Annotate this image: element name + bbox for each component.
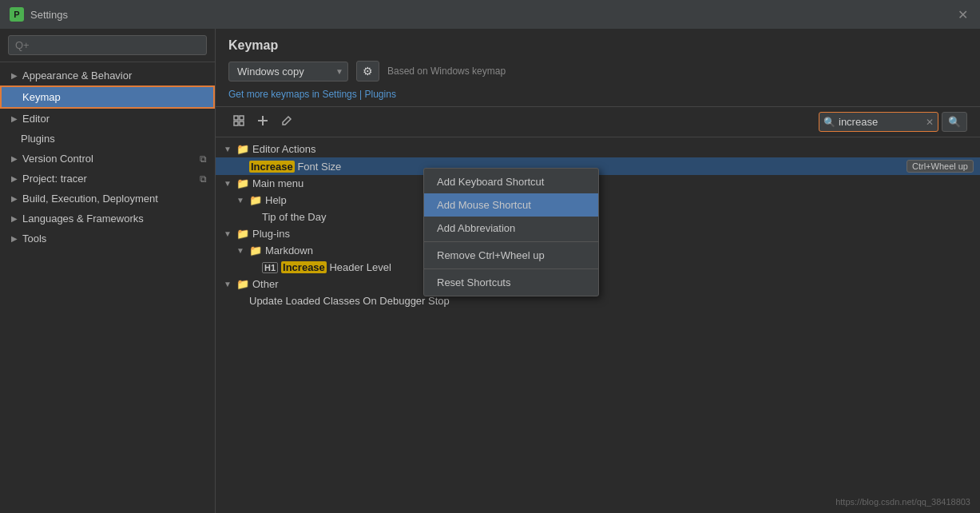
titlebar: P Settings ✕ <box>0 0 980 29</box>
collapse-all-icon <box>256 114 269 127</box>
tree-item-label: Tip of the Day <box>262 211 974 223</box>
context-menu: Add Keyboard Shortcut Add Mouse Shortcut… <box>423 168 599 296</box>
sidebar-item-keymap[interactable]: Keymap <box>0 86 215 109</box>
sidebar-item-label: Editor <box>22 113 50 125</box>
folder-icon: 📁 <box>236 143 249 155</box>
sidebar-item-label: Languages & Frameworks <box>22 213 144 225</box>
svg-rect-2 <box>234 121 238 125</box>
sidebar-item-appearance[interactable]: ▶ Appearance & Behavior <box>0 66 215 86</box>
sidebar-search-input[interactable] <box>8 35 207 55</box>
based-on-label: Based on Windows keymap <box>387 66 506 77</box>
tree-item-label: Increase Header Level <box>281 261 974 273</box>
search-input[interactable] <box>819 112 938 132</box>
svg-rect-0 <box>234 116 238 120</box>
tree-expand-arrow-icon: ▼ <box>224 229 233 238</box>
ctx-add-abbreviation[interactable]: Add Abbreviation <box>424 217 598 240</box>
tree-expand-arrow-icon: ▼ <box>236 196 246 205</box>
edit-button[interactable] <box>276 112 297 132</box>
tree-item-label: Plug-ins <box>252 228 974 240</box>
tree-row[interactable]: ▼ 📁 Editor Actions <box>216 141 980 157</box>
svg-rect-3 <box>240 121 244 125</box>
tree-spacer <box>236 296 246 305</box>
sidebar-item-label: Tools <box>22 233 46 245</box>
main-panel: Keymap Windows copy ▼ ⚙ Based on Windows… <box>216 29 980 513</box>
folder-icon: 📁 <box>249 245 262 256</box>
folder-icon: 📁 <box>236 177 249 189</box>
tree-item-label: Main menu <box>252 177 974 189</box>
search-box: 🔍 ✕ 🔍 <box>819 112 967 132</box>
panel-title: Keymap <box>228 38 967 53</box>
sidebar-item-label: Appearance & Behavior <box>22 70 132 82</box>
collapse-all-button[interactable] <box>252 112 273 132</box>
svg-rect-5 <box>262 116 264 125</box>
settings-window: P Settings ✕ ▶ Appearance & Behavior Key… <box>0 0 980 513</box>
folder-icon: 📁 <box>236 228 249 240</box>
tree-spacer <box>249 263 259 272</box>
keymap-bar: Windows copy ▼ ⚙ Based on Windows keymap <box>228 61 967 82</box>
tree-expand-arrow-icon: ▼ <box>224 145 233 153</box>
expand-arrow-icon: ▶ <box>11 174 18 183</box>
expand-all-icon <box>232 114 245 127</box>
sidebar-item-languages[interactable]: ▶ Languages & Frameworks <box>0 209 215 229</box>
sidebar-item-label: Build, Execution, Deployment <box>22 193 158 205</box>
sidebar-item-project-tracer[interactable]: ▶ Project: tracer ⧉ <box>0 169 215 189</box>
search-icon: 🔍 <box>823 117 835 128</box>
ctx-divider <box>424 268 598 269</box>
panel-header: Keymap Windows copy ▼ ⚙ Based on Windows… <box>216 29 980 107</box>
sidebar-search-area <box>0 29 215 62</box>
tree-area: ▼ 📁 Editor Actions Increase Font Size Ct… <box>216 137 980 513</box>
ctx-add-keyboard[interactable]: Add Keyboard Shortcut <box>424 170 598 193</box>
tree-item-label: Other <box>252 278 974 290</box>
tree-item-label: Markdown <box>265 245 974 256</box>
folder-icon: 📁 <box>236 278 249 290</box>
svg-rect-1 <box>240 116 244 120</box>
tree-expand-arrow-icon: ▼ <box>224 179 233 188</box>
expand-arrow-icon: ▶ <box>11 214 18 223</box>
window-title: Settings <box>30 9 68 21</box>
expand-all-button[interactable] <box>228 112 249 132</box>
clear-search-icon[interactable]: ✕ <box>926 117 934 128</box>
tree-item-label: Update Loaded Classes On Debugger Stop <box>249 295 974 307</box>
edit-icon <box>280 114 293 127</box>
ctx-remove-ctrl[interactable]: Remove Ctrl+Wheel up <box>424 244 598 267</box>
ctx-divider <box>424 241 598 242</box>
search-find-button[interactable]: 🔍 <box>942 112 967 132</box>
h1-icon: H1 <box>262 262 278 273</box>
sidebar-item-version-control[interactable]: ▶ Version Control ⧉ <box>0 149 215 169</box>
highlight-text: Increase <box>281 261 327 273</box>
keymap-select-wrapper: Windows copy ▼ <box>228 62 348 82</box>
tree-spacer <box>249 213 259 221</box>
search-input-wrap: 🔍 ✕ <box>819 112 938 132</box>
ctx-add-mouse[interactable]: Add Mouse Shortcut <box>424 193 598 217</box>
tree-item-label: Help <box>265 194 974 206</box>
tree-spacer <box>236 162 246 171</box>
close-button[interactable]: ✕ <box>954 6 970 22</box>
keymap-select[interactable]: Windows copy <box>228 62 348 82</box>
sidebar-item-tools[interactable]: ▶ Tools <box>0 229 215 249</box>
get-more-link[interactable]: Get more keymaps in Settings | Plugins <box>228 88 967 100</box>
content-area: ▶ Appearance & Behavior Keymap ▶ Editor … <box>0 29 980 513</box>
tree-expand-arrow-icon: ▼ <box>236 246 246 255</box>
sidebar-item-label: Project: tracer <box>22 173 87 185</box>
copy-icon: ⧉ <box>200 173 207 185</box>
ctx-reset-shortcuts[interactable]: Reset Shortcuts <box>424 271 598 294</box>
sidebar-item-plugins[interactable]: Plugins <box>0 129 215 149</box>
expand-arrow-icon: ▶ <box>11 194 18 203</box>
copy-icon: ⧉ <box>200 153 207 165</box>
expand-arrow-icon: ▶ <box>11 234 18 243</box>
sidebar-item-build[interactable]: ▶ Build, Execution, Deployment <box>0 189 215 209</box>
sidebar-item-label: Keymap <box>22 91 61 103</box>
app-icon: P <box>10 7 24 22</box>
expand-arrow-icon: ▶ <box>11 71 18 80</box>
sidebar-nav: ▶ Appearance & Behavior Keymap ▶ Editor … <box>0 62 215 513</box>
sidebar: ▶ Appearance & Behavior Keymap ▶ Editor … <box>0 29 216 513</box>
url-watermark: https://blog.csdn.net/qq_38418803 <box>835 497 970 507</box>
gear-button[interactable]: ⚙ <box>356 61 379 82</box>
sidebar-item-label: Plugins <box>21 133 55 145</box>
tree-expand-arrow-icon: ▼ <box>224 280 233 288</box>
tree-item-label: Editor Actions <box>252 143 974 155</box>
highlight-text: Increase <box>249 161 295 173</box>
shortcut-badge: Ctrl+Wheel up <box>907 160 974 173</box>
expand-arrow-icon: ▶ <box>11 114 18 123</box>
sidebar-item-editor[interactable]: ▶ Editor <box>0 109 215 129</box>
